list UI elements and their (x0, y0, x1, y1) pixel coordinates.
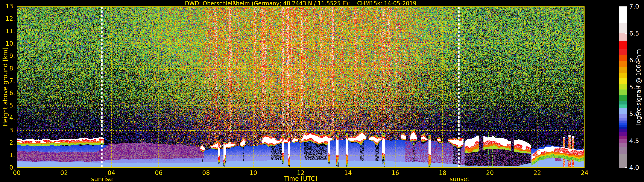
y-tick-label: 12. (0, 15, 15, 22)
y-tick-label: 8. (0, 65, 15, 72)
figure: DWD: Oberschleißheim (Germany; 48.2443 N… (0, 0, 644, 182)
sunrise-annotation: sunrise (91, 176, 113, 182)
y-tick-label: 11. (0, 28, 15, 35)
plot-canvas (17, 6, 584, 168)
colorbar-canvas (619, 6, 627, 168)
y-tick-label: 9. (0, 53, 15, 60)
y-tick-label: 4. (0, 114, 15, 121)
chart-title: DWD: Oberschleißheim (Germany; 48.2443 N… (17, 0, 584, 7)
y-tick-label: 3. (0, 127, 15, 134)
y-tick-label: 10. (0, 40, 15, 47)
y-tick-label: 5. (0, 102, 15, 109)
sunset-annotation: sunset (450, 176, 470, 182)
y-tick-label: 13. (0, 3, 15, 10)
colorbar-title: log(rc-signal) @ 1064 nm (633, 6, 644, 168)
y-tick-label: 2. (0, 139, 15, 146)
y-tick-label: 7. (0, 78, 15, 84)
y-tick-label: 1. (0, 152, 15, 159)
y-tick-label: 6. (0, 90, 15, 96)
